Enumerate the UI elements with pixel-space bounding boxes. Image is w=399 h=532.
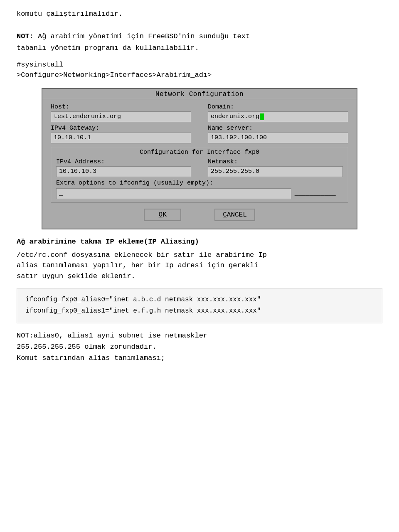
dialog-title: Network Configuration	[42, 89, 357, 99]
netmask-label: Netmask:	[208, 158, 343, 165]
cancel-rest: ANCEL	[227, 211, 247, 219]
middle-line3: satır uygun şekilde eklenir.	[17, 271, 382, 282]
ipv4-gateway-value: 10.10.10.1	[54, 134, 91, 141]
line-komutu: komutu çalıştırılmalıdır.	[17, 8, 382, 20]
dialog-button-row: OK CANCEL	[51, 209, 348, 223]
middle-text: /etc/rc.conf dosyasına eklenecek bir sat…	[17, 250, 382, 282]
domain-input[interactable]: enderunix.org	[208, 111, 348, 122]
ok-underline: O	[159, 211, 163, 219]
line-not: NOT: Ağ arabirim yönetimi için FreeBSD'n…	[17, 31, 382, 42]
text-cursor	[260, 113, 264, 120]
extra-cursor: _	[59, 190, 63, 197]
cancel-button[interactable]: CANCEL	[214, 209, 255, 221]
inner-dialog-title: Configuration for Interface fxp0	[56, 149, 343, 156]
ipv4-netmask-row: IPv4 Address: 10.10.10.3 Netmask: 255.25…	[56, 158, 343, 177]
ipv4-gateway-group: IPv4 Gateway: 10.10.10.1	[51, 125, 191, 143]
host-value: test.enderunix.org	[54, 113, 121, 120]
ipv4-address-value: 10.10.10.3	[59, 168, 96, 175]
host-domain-row: Host: test.enderunix.org Domain: enderun…	[51, 103, 348, 122]
inner-interface-dialog: Configuration for Interface fxp0 IPv4 Ad…	[51, 147, 348, 203]
host-input[interactable]: test.enderunix.org	[51, 111, 191, 122]
ok-rest: K	[163, 211, 167, 219]
host-group: Host: test.enderunix.org	[51, 103, 191, 122]
top-text-section: komutu çalıştırılmalıdır. NOT: Ağ arabir…	[17, 8, 382, 54]
extra-underline: ___________	[295, 190, 336, 197]
ipv4-address-input[interactable]: 10.10.10.3	[56, 166, 191, 177]
extra-options-label: Extra options to ifconfig (usually empty…	[56, 180, 343, 187]
nameserver-label: Name server:	[208, 125, 348, 132]
netmask-value: 255.255.255.0	[211, 168, 259, 175]
cancel-underline: C	[223, 211, 227, 219]
ipv4-gateway-label: IPv4 Gateway:	[51, 125, 191, 132]
not-label: NOT:	[17, 32, 34, 40]
nameserver-group: Name server: 193.192.100.100	[208, 125, 348, 143]
nameserver-input[interactable]: 193.192.100.100	[208, 133, 348, 143]
sysinstall-line: #sysinstall	[17, 59, 382, 70]
bottom-line3: Komut satırından alias tanımlaması;	[17, 352, 382, 364]
ip-aliasing-heading: Ağ arabirimine takma IP ekleme(IP Aliasi…	[17, 238, 382, 246]
gateway-nameserver-row: IPv4 Gateway: 10.10.10.1 Name server: 19…	[51, 125, 348, 143]
code-line2: ifconfig_fxp0_alias1="inet e.f.g.h netma…	[25, 305, 374, 317]
network-config-dialog: Network Configuration Host: test.enderun…	[42, 88, 357, 229]
domain-group: Domain: enderunix.org	[208, 103, 348, 122]
bottom-text: NOT:alias0, alias1 ayni subnet ise netma…	[17, 330, 382, 364]
ipv4-address-group: IPv4 Address: 10.10.10.3	[56, 158, 191, 177]
code-line1: ifconfig_fxp0_alias0="inet a.b.c.d netma…	[25, 294, 374, 305]
code-block: ifconfig_fxp0_alias0="inet a.b.c.d netma…	[17, 288, 382, 323]
dialog-body: Host: test.enderunix.org Domain: enderun…	[42, 99, 357, 229]
nameserver-value: 193.192.100.100	[211, 134, 267, 141]
netmask-input[interactable]: 255.255.255.0	[208, 166, 343, 177]
host-label: Host:	[51, 103, 191, 111]
line-tabanli: tabanlı yönetim programı da kullanılabil…	[17, 42, 382, 54]
middle-line2: alias tanımlaması yapılır, her bir Ip ad…	[17, 260, 382, 271]
ipv4-gateway-input[interactable]: 10.10.10.1	[51, 133, 191, 143]
domain-value: enderunix.org	[211, 113, 259, 120]
not-rest: Ağ arabirim yönetimi için FreeBSD'nin su…	[34, 32, 250, 40]
ip-aliasing-label: Ağ arabirimine takma IP ekleme(IP Aliasi…	[17, 238, 199, 246]
domain-label: Domain:	[208, 103, 348, 111]
extra-options-input[interactable]: _	[56, 188, 291, 199]
bottom-line1: NOT:alias0, alias1 ayni subnet ise netma…	[17, 330, 382, 341]
ipv4-address-label: IPv4 Address:	[56, 158, 191, 165]
configure-path: >Configure>Networking>Interfaces>Arabiri…	[17, 70, 382, 81]
ok-button[interactable]: OK	[144, 209, 181, 221]
extra-options-row: Extra options to ifconfig (usually empty…	[56, 180, 343, 199]
bottom-line2: 255.255.255.255 olmak zorundadır.	[17, 341, 382, 352]
netmask-group: Netmask: 255.255.255.0	[208, 158, 343, 177]
middle-line1: /etc/rc.conf dosyasına eklenecek bir sat…	[17, 250, 382, 261]
section-header: #sysinstall >Configure>Networking>Interf…	[17, 59, 382, 81]
